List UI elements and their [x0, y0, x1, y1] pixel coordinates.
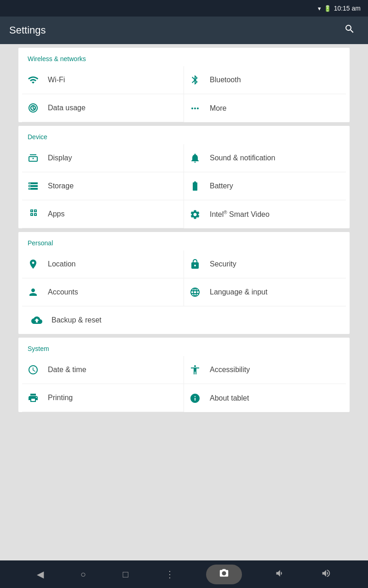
sound-icon [190, 153, 201, 164]
setting-backup[interactable]: Backup & reset [22, 306, 346, 334]
section-wireless-header: Wireless & networks [18, 48, 350, 66]
home-button[interactable]: ○ [76, 565, 91, 584]
data-usage-label: Data usage [48, 104, 86, 112]
accounts-icon [28, 287, 39, 298]
security-icon [190, 259, 201, 270]
language-label: Language & input [210, 288, 267, 296]
backup-icon [31, 315, 42, 326]
back-button[interactable]: ◀ [32, 564, 48, 584]
about-tablet-label: About tablet [210, 394, 249, 402]
language-icon [190, 287, 201, 298]
date-time-label: Date & time [48, 366, 86, 374]
volume-down-button[interactable] [270, 564, 289, 585]
setting-more[interactable]: More [184, 94, 346, 122]
app-bar: Settings [0, 17, 368, 44]
clock-icon [28, 364, 39, 375]
search-button[interactable] [340, 20, 359, 41]
location-icon [28, 259, 39, 270]
bluetooth-icon [190, 74, 201, 85]
setting-accessibility[interactable]: Accessibility [184, 356, 346, 384]
status-bar: ▾ 🔋 10:15 am [0, 0, 368, 17]
display-label: Display [48, 154, 72, 162]
setting-bluetooth[interactable]: Bluetooth [184, 66, 346, 94]
backup-label: Backup & reset [52, 316, 102, 324]
battery-icon [190, 181, 201, 192]
volume-up-button[interactable] [316, 564, 336, 585]
printing-label: Printing [48, 394, 73, 402]
display-icon [28, 153, 39, 164]
security-label: Security [210, 260, 236, 268]
setting-storage[interactable]: Storage [22, 172, 184, 200]
section-system: System Date & time Accessibility Printin… [18, 338, 350, 412]
setting-battery[interactable]: Battery [184, 172, 346, 200]
bluetooth-label: Bluetooth [210, 76, 241, 84]
intel-smart-video-label: Intel® Smart Video [210, 210, 270, 219]
storage-icon [28, 181, 39, 192]
search-icon [344, 23, 355, 34]
info-icon [190, 393, 201, 404]
accessibility-label: Accessibility [210, 366, 250, 374]
accounts-label: Accounts [48, 288, 78, 296]
system-grid: Date & time Accessibility Printing About… [18, 356, 350, 412]
wifi-status-icon: ▾ [318, 5, 321, 12]
battery-status-icon: 🔋 [324, 5, 331, 12]
setting-sound[interactable]: Sound & notification [184, 144, 346, 172]
wifi-label: Wi-Fi [48, 76, 65, 84]
wireless-grid: Wi-Fi Bluetooth Data usage [18, 66, 350, 122]
apps-label: Apps [48, 210, 64, 218]
gear-icon [190, 209, 201, 220]
nav-bar: ◀ ○ □ ⋮ [0, 560, 368, 588]
menu-button[interactable]: ⋮ [161, 564, 179, 584]
accessibility-icon [190, 364, 201, 375]
volume-down-icon [274, 568, 284, 578]
setting-display[interactable]: Display [22, 144, 184, 172]
section-wireless: Wireless & networks Wi-Fi Bluetooth [18, 48, 350, 122]
more-label: More [210, 104, 226, 113]
setting-location[interactable]: Location [22, 250, 184, 278]
device-grid: Display Sound & notification Storage Bat… [18, 144, 350, 228]
location-label: Location [48, 260, 76, 268]
camera-button[interactable] [206, 565, 242, 584]
setting-apps[interactable]: Apps [22, 200, 184, 228]
setting-about-tablet[interactable]: About tablet [184, 384, 346, 412]
section-personal: Personal Location Security Accounts [18, 232, 350, 334]
wifi-icon [28, 74, 39, 85]
volume-up-icon [321, 568, 331, 578]
setting-language[interactable]: Language & input [184, 278, 346, 306]
settings-content: Wireless & networks Wi-Fi Bluetooth [0, 44, 368, 560]
setting-printing[interactable]: Printing [22, 384, 184, 412]
setting-wifi[interactable]: Wi-Fi [22, 66, 184, 94]
page-title: Settings [9, 24, 46, 36]
apps-icon [28, 209, 39, 220]
setting-date-time[interactable]: Date & time [22, 356, 184, 384]
setting-accounts[interactable]: Accounts [22, 278, 184, 306]
battery-label: Battery [210, 182, 233, 190]
data-usage-icon [28, 102, 39, 113]
section-device-header: Device [18, 126, 350, 144]
print-icon [28, 392, 39, 403]
personal-grid: Location Security Accounts Language & in… [18, 250, 350, 334]
camera-icon [219, 568, 229, 578]
more-icon [190, 103, 201, 114]
status-time: 10:15 am [334, 5, 361, 12]
recent-apps-button[interactable]: □ [118, 565, 133, 584]
storage-label: Storage [48, 182, 74, 190]
sound-label: Sound & notification [210, 154, 275, 162]
section-system-header: System [18, 338, 350, 356]
section-personal-header: Personal [18, 232, 350, 250]
setting-security[interactable]: Security [184, 250, 346, 278]
setting-data-usage[interactable]: Data usage [22, 94, 184, 122]
section-device: Device Display Sound & notification [18, 126, 350, 228]
setting-intel-smart-video[interactable]: Intel® Smart Video [184, 200, 346, 228]
